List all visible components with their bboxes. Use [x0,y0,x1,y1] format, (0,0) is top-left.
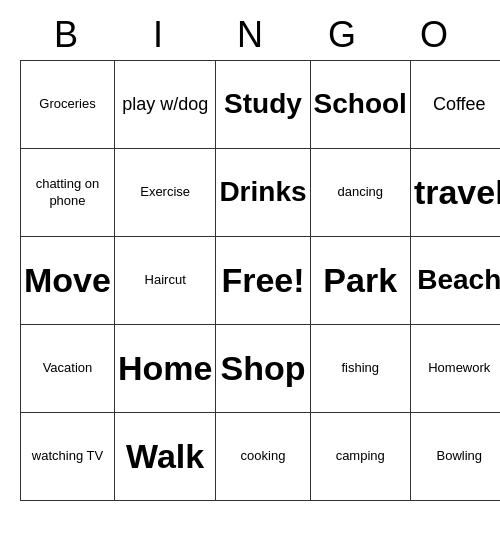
bingo-cell: Free! [216,237,310,325]
bingo-cell: Drinks [216,149,310,237]
bingo-cell: camping [310,413,410,501]
table-row: Groceriesplay w/dogStudySchoolCoffee [21,61,501,149]
table-row: MoveHaircutFree!ParkBeach [21,237,501,325]
bingo-cell: Park [310,237,410,325]
header-letter: N [204,10,296,60]
bingo-cell: fishing [310,325,410,413]
header-letter: B [20,10,112,60]
bingo-container: BINGO Groceriesplay w/dogStudySchoolCoff… [20,10,480,501]
bingo-cell: Study [216,61,310,149]
table-row: watching TVWalkcookingcampingBowling [21,413,501,501]
bingo-cell: Haircut [114,237,215,325]
bingo-cell: Groceries [21,61,115,149]
bingo-cell: Shop [216,325,310,413]
bingo-cell: cooking [216,413,310,501]
header-letter: I [112,10,204,60]
bingo-cell: Walk [114,413,215,501]
bingo-cell: chatting on phone [21,149,115,237]
bingo-cell: Bowling [410,413,500,501]
bingo-cell: watching TV [21,413,115,501]
bingo-cell: Homework [410,325,500,413]
bingo-cell: School [310,61,410,149]
table-row: VacationHomeShopfishingHomework [21,325,501,413]
table-row: chatting on phoneExerciseDrinksdancingtr… [21,149,501,237]
bingo-cell: Move [21,237,115,325]
bingo-cell: Beach [410,237,500,325]
bingo-cell: Vacation [21,325,115,413]
bingo-cell: Exercise [114,149,215,237]
bingo-cell: travel [410,149,500,237]
header-letter: G [296,10,388,60]
header-letter: O [388,10,480,60]
bingo-grid: Groceriesplay w/dogStudySchoolCoffeechat… [20,60,500,501]
bingo-cell: play w/dog [114,61,215,149]
bingo-header: BINGO [20,10,480,60]
bingo-cell: dancing [310,149,410,237]
bingo-cell: Home [114,325,215,413]
bingo-cell: Coffee [410,61,500,149]
